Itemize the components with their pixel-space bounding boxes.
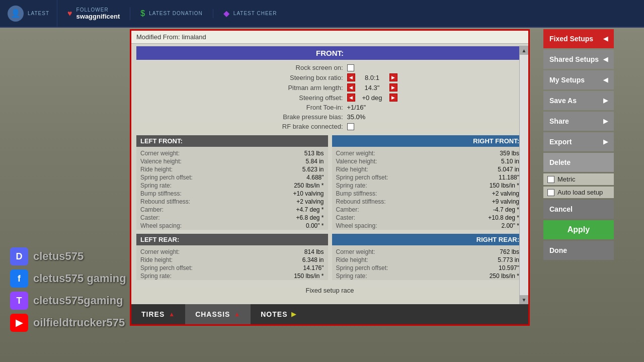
rr-corner-weight-value: 762 lbs [500,248,519,255]
twitch-icon: T [10,292,28,310]
latest-label: LATEST [28,11,49,16]
auto-load-checkbox[interactable] [547,189,554,196]
lf-bump-value: +10 valving [293,190,324,197]
rf-valence-label: Valence height: [336,158,377,165]
notes-tab[interactable]: NOTES ▶ [251,304,306,324]
dollar-icon: $ [140,9,145,18]
rock-screen-value [347,64,408,71]
shared-setups-button[interactable]: Shared Setups ◀ [543,50,614,69]
rr-corner-weight-row: Corner weight: 762 lbs [332,248,524,256]
rf-corner-weight-value: 359 lbs [500,150,519,157]
front-toe-label: Front Toe-in: [253,104,343,111]
steering-offset-dec-button[interactable]: ◀ [347,94,355,102]
discord-name: cletus575 [33,250,84,263]
lf-rebound-value: +2 valving [296,198,324,205]
lr-spring-perch-label: Spring perch offset: [140,264,193,272]
auto-load-row: Auto load setup [543,187,614,198]
rr-spring-perch-value: 10.597" [499,264,519,272]
steering-box-dec-button[interactable]: ◀ [347,73,355,81]
lf-ride-value: 5.623 in [302,166,324,173]
share-button[interactable]: Share ▶ [543,112,614,131]
rr-ride-label: Ride height: [336,256,368,263]
lr-ride-row: Ride height: 6.348 in [136,256,328,264]
lf-ride-label: Ride height: [140,166,173,173]
top-bar: 👤 LATEST ♥ FOLLOWER swaggnificent $ LATE… [0,0,644,28]
chassis-tab[interactable]: CHASSIS ▲ [185,304,251,324]
lf-corner-weight-label: Corner weight: [140,150,180,157]
rf-spring-perch-row: Spring perch offset: 11.188" [332,173,524,182]
rf-spring-perch-label: Spring perch offset: [336,174,388,181]
export-button[interactable]: Export ▶ [543,132,614,151]
apply-button[interactable]: Apply [543,220,614,239]
scrollbar[interactable]: ▲ ▼ [519,46,528,304]
rf-corner-weight-row: Corner weight: 359 lbs [332,149,524,157]
cancel-button[interactable]: Cancel [543,200,614,219]
rock-screen-row: Rock screen on: [136,64,523,71]
rf-corner-weight-label: Corner weight: [336,150,375,157]
lr-corner-weight-row: Corner weight: 814 lbs [136,248,328,256]
steering-offset-row: Steering offset: ◀ +0 deg ▶ [136,94,523,102]
setup-panel: Modified From: limaland FRONT: Rock scre… [130,29,530,326]
facebook-icon: f [10,269,28,288]
lr-spring-perch-value: 14.176" [303,264,324,272]
rf-valence-row: Valence height: 5.10 in [332,157,524,165]
rf-valence-value: 5.10 in [501,158,519,165]
my-setups-button[interactable]: My Setups ◀ [543,70,614,89]
donation-info: LATEST DONATION [149,11,203,16]
right-rear-header: RIGHT REAR: [332,234,524,245]
lr-corner-weight-label: Corner weight: [140,248,180,255]
brake-bias-row: Brake pressure bias: 35.0% [136,113,523,121]
rr-spring-rate-value: 250 lbs/in * [490,273,519,280]
lf-spring-perch-label: Spring perch offset: [140,174,193,181]
steering-box-inc-button[interactable]: ▶ [389,73,397,81]
lf-bump-label: Bump stiffness: [140,190,182,197]
scroll-track[interactable] [520,55,528,295]
steering-offset-value: +0 deg [357,94,387,102]
rf-ride-label: Ride height: [336,166,368,173]
left-front-box: LEFT FRONT: Corner weight: 513 lbs Valen… [136,135,328,230]
lf-spring-rate-value: 250 lbs/in * [294,182,324,189]
lr-spring-rate-label: Spring rate: [140,273,172,280]
steering-box-label: Steering box ratio: [253,74,343,81]
rf-wheel-spacing-value: 2.00" * [501,222,519,229]
lf-caster-value: +6.8 deg * [296,214,324,221]
twitch-name: cletus575gaming [33,294,123,307]
tires-tab-arrow: ▲ [169,311,175,318]
rr-spring-perch-row: Spring perch offset: 10.597" [332,264,524,272]
lf-rebound-label: Rebound stiffness: [140,198,190,205]
lr-corner-weight-value: 814 lbs [304,248,324,255]
scroll-down-arrow[interactable]: ▼ [520,295,529,304]
right-sidebar: Fixed Setups ◀ Shared Setups ◀ My Setups… [543,29,614,260]
fixed-setups-button[interactable]: Fixed Setups ◀ [543,29,614,48]
rf-bump-label: Bump stiffness: [336,190,377,197]
youtube-icon: ▶ [10,314,28,332]
rf-wheel-spacing-row: Wheel spacing: 2.00" * [332,222,524,230]
rf-spring-rate-label: Spring rate: [336,182,367,189]
tires-tab[interactable]: TIRES ▲ [131,304,185,324]
scroll-up-arrow[interactable]: ▲ [520,46,529,55]
steering-offset-inc-button[interactable]: ▶ [389,94,397,102]
rf-brake-checkbox[interactable] [347,123,354,130]
right-front-header: RIGHT FRONT: [332,135,524,147]
pitman-arm-inc-button[interactable]: ▶ [389,83,397,92]
rf-rebound-value: +9 valving [492,198,519,205]
done-button[interactable]: Done [543,241,614,260]
metric-checkbox[interactable] [547,176,554,183]
rf-spring-rate-value: 150 lbs/in * [490,182,519,189]
lr-spring-rate-row: Spring rate: 150 lbs/in * [136,272,328,280]
front-toe-value: +1/16" [347,104,408,111]
rock-screen-checkbox[interactable] [347,64,354,71]
left-rear-box: LEFT REAR: Corner weight: 814 lbs Ride h… [136,234,328,280]
rr-ride-value: 5.773 in [498,256,519,263]
rf-bump-row: Bump stiffness: +2 valving [332,190,524,198]
rf-ride-row: Ride height: 5.047 in [332,165,524,173]
rf-spring-perch-value: 11.188" [499,174,519,181]
rr-corner-weight-label: Corner weight: [336,248,375,255]
pitman-arm-dec-button[interactable]: ◀ [347,83,355,92]
delete-button[interactable]: Delete [543,153,614,172]
rf-camber-value: -4.7 deg * [493,206,519,213]
rf-brake-row: RF brake connected: [136,123,523,130]
save-as-button[interactable]: Save As ▶ [543,91,614,110]
metric-label: Metric [557,175,575,183]
lr-ride-label: Ride height: [140,256,173,263]
